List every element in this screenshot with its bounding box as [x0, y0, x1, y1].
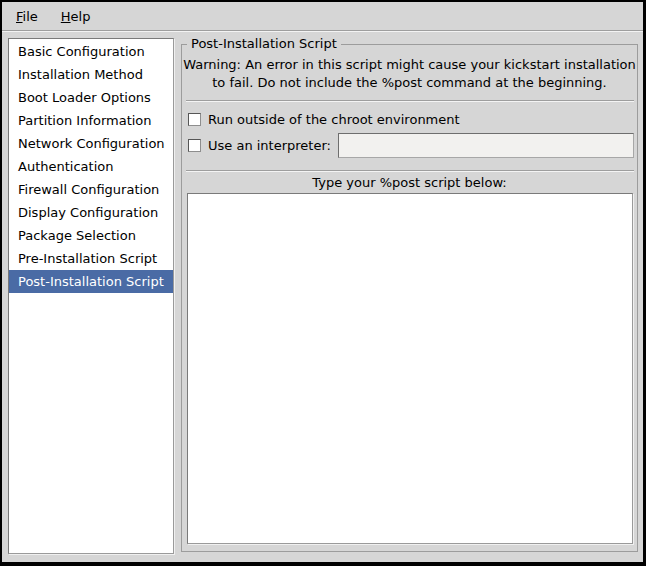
interpreter-checkbox[interactable]: [188, 139, 201, 152]
interpreter-input[interactable]: [338, 133, 634, 158]
interpreter-checkbox-label: Use an interpreter:: [208, 138, 331, 153]
post-installation-script-frame: Post-Installation Script Warning: An err…: [181, 44, 638, 552]
app-window-border: { "colors": { "window_bg": "#d6d6d6", "s…: [0, 0, 646, 566]
sidebar-item[interactable]: Pre-Installation Script: [9, 247, 173, 270]
sidebar-item[interactable]: Boot Loader Options: [9, 86, 173, 109]
chroot-checkbox-label: Run outside of the chroot environment: [208, 112, 460, 127]
section-list: Basic Configuration Installation Method …: [8, 38, 174, 554]
interpreter-checkbox-row[interactable]: Use an interpreter:: [182, 132, 637, 158]
script-area-label: Type your %post script below:: [182, 175, 637, 191]
menu-help-label: elp: [71, 9, 91, 24]
warning-text: Warning: An error in this script might c…: [182, 56, 637, 92]
sidebar-item[interactable]: Partition Information: [9, 109, 173, 132]
sidebar-item[interactable]: Post-Installation Script: [9, 270, 173, 293]
menu-help[interactable]: Help: [58, 7, 94, 26]
menu-file[interactable]: File: [13, 7, 41, 26]
frame-title: Post-Installation Script: [187, 36, 341, 51]
sidebar-item[interactable]: Installation Method: [9, 63, 173, 86]
kickstart-configurator-window: File Help Basic Configuration Installati…: [2, 2, 643, 562]
menu-file-label: ile: [23, 9, 38, 24]
sidebar-item[interactable]: Network Configuration: [9, 132, 173, 155]
sidebar-item[interactable]: Display Configuration: [9, 201, 173, 224]
warning-line-2: to fail. Do not include the %post comman…: [182, 74, 637, 92]
sidebar-item[interactable]: Package Selection: [9, 224, 173, 247]
sidebar-item[interactable]: Firewall Configuration: [9, 178, 173, 201]
separator: [186, 100, 634, 101]
separator: [186, 170, 634, 171]
warning-line-1: Warning: An error in this script might c…: [182, 56, 637, 74]
menubar: File Help: [2, 2, 643, 31]
sidebar-item[interactable]: Authentication: [9, 155, 173, 178]
sidebar-item[interactable]: Basic Configuration: [9, 40, 173, 63]
post-script-textarea[interactable]: [187, 193, 633, 544]
chroot-checkbox-row[interactable]: Run outside of the chroot environment: [182, 106, 637, 132]
chroot-checkbox[interactable]: [188, 113, 201, 126]
menu-help-mnemonic: H: [61, 9, 71, 24]
